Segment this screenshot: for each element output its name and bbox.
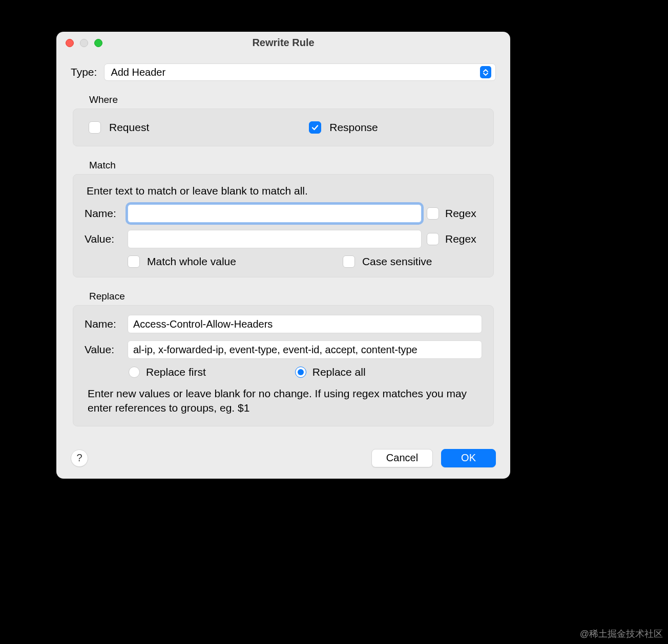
match-whole-label: Match whole value bbox=[147, 255, 236, 268]
rewrite-rule-dialog: Rewrite Rule Type: Add Header Where Requ… bbox=[56, 32, 510, 479]
replace-first-radio[interactable] bbox=[129, 367, 140, 378]
match-value-regex-checkbox[interactable] bbox=[427, 233, 439, 245]
type-select-value: Add Header bbox=[111, 67, 165, 78]
replace-value-input[interactable] bbox=[128, 340, 482, 359]
replace-first-label: Replace first bbox=[146, 366, 206, 378]
match-legend: Match bbox=[89, 160, 496, 171]
replace-help-text: Enter new values or leave blank for no c… bbox=[88, 387, 479, 416]
response-checkbox[interactable] bbox=[309, 121, 321, 134]
type-label: Type: bbox=[71, 66, 97, 78]
replace-all-label: Replace all bbox=[312, 366, 366, 378]
where-group: Request Response bbox=[73, 109, 494, 146]
window-title: Rewrite Rule bbox=[56, 37, 510, 49]
select-stepper-icon bbox=[480, 66, 491, 78]
match-name-input[interactable] bbox=[128, 204, 422, 223]
where-legend: Where bbox=[89, 94, 496, 105]
replace-all-radio[interactable] bbox=[295, 367, 306, 378]
replace-name-label: Name: bbox=[85, 318, 122, 330]
titlebar: Rewrite Rule bbox=[56, 32, 510, 54]
request-label: Request bbox=[109, 121, 149, 134]
watermark: @稀土掘金技术社区 bbox=[580, 628, 663, 640]
response-label: Response bbox=[329, 121, 378, 134]
match-group: Enter text to match or leave blank to ma… bbox=[73, 174, 494, 277]
match-value-input[interactable] bbox=[128, 230, 422, 248]
match-value-label: Value: bbox=[85, 233, 122, 245]
replace-value-label: Value: bbox=[85, 344, 122, 356]
match-case-checkbox[interactable] bbox=[343, 255, 355, 268]
match-whole-checkbox[interactable] bbox=[128, 255, 140, 268]
match-name-regex-checkbox[interactable] bbox=[427, 207, 439, 220]
replace-group: Name: Value: Replace first Replace all E… bbox=[73, 305, 494, 426]
replace-name-input[interactable] bbox=[128, 315, 482, 333]
type-select[interactable]: Add Header bbox=[104, 63, 496, 81]
request-checkbox[interactable] bbox=[89, 121, 101, 134]
match-name-label: Name: bbox=[85, 207, 122, 220]
replace-legend: Replace bbox=[89, 291, 496, 302]
match-value-regex-label: Regex bbox=[445, 233, 476, 245]
help-button[interactable]: ? bbox=[71, 449, 88, 467]
match-help-text: Enter text to match or leave blank to ma… bbox=[87, 185, 482, 197]
match-name-regex-label: Regex bbox=[445, 207, 476, 220]
ok-button[interactable]: OK bbox=[441, 449, 496, 467]
match-case-label: Case sensitive bbox=[362, 255, 432, 268]
cancel-button[interactable]: Cancel bbox=[371, 449, 433, 467]
